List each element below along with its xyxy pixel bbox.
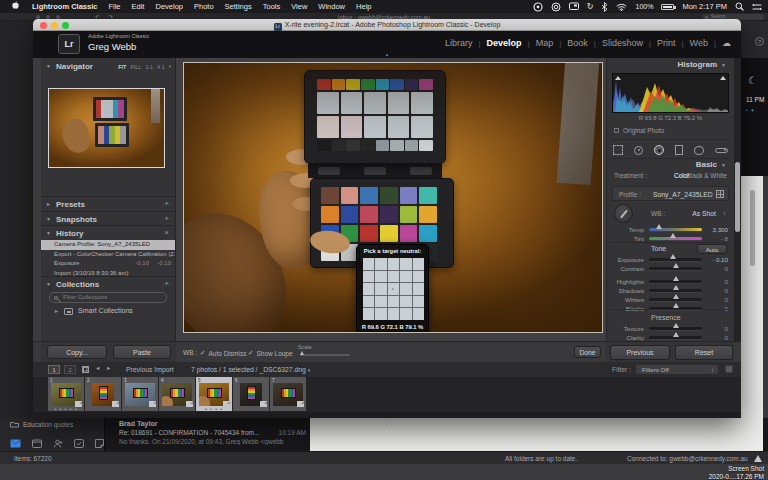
menu-item-photo[interactable]: Photo	[194, 2, 214, 11]
loupe-target-cell[interactable]	[375, 308, 386, 320]
auto-tone-button[interactable]: Auto	[697, 244, 727, 254]
loupe-target-cell[interactable]	[363, 296, 374, 308]
profile-browser-icon[interactable]	[716, 190, 724, 198]
loupe-target-cell[interactable]	[413, 271, 424, 283]
filmstrip-thumbnail-1[interactable]: 1• • • • •	[48, 377, 84, 411]
menu-item-file[interactable]: File	[108, 2, 120, 11]
presets-header[interactable]: ► Presets +	[41, 198, 175, 211]
loupe-target-cell[interactable]	[413, 296, 424, 308]
filmstrip-thumbnail-4[interactable]: 4	[159, 377, 195, 411]
loupe-target-cell[interactable]	[400, 258, 411, 270]
loupe-target-cell[interactable]	[400, 296, 411, 308]
filmstrip-thumbnail-3[interactable]: 3	[122, 377, 158, 411]
grid-view-icon[interactable]	[82, 366, 89, 373]
basic-header[interactable]: Basic▼	[696, 160, 726, 169]
slider-thumb[interactable]	[300, 351, 304, 355]
navigator-header[interactable]: ▼ Navigator FITFILL1:14:1▾	[41, 60, 175, 73]
notes-icon[interactable]	[95, 434, 104, 452]
previous-photo-icon[interactable]: ◄	[95, 365, 100, 371]
paste-button[interactable]: Paste	[113, 345, 171, 359]
wb-eyedropper-icon[interactable]	[614, 204, 633, 223]
record-icon[interactable]	[533, 2, 543, 12]
scale-slider[interactable]	[300, 354, 350, 356]
module-tab-library[interactable]: Library	[445, 38, 473, 48]
menu-item-edit[interactable]: Edit	[132, 2, 145, 11]
loupe-target-cell[interactable]	[413, 308, 424, 320]
exposure-slider[interactable]	[649, 258, 702, 261]
slider-thumb[interactable]	[673, 323, 679, 328]
loupe-target-cell[interactable]	[363, 283, 374, 295]
menu-clock[interactable]: Mon 2:17 PM	[682, 2, 727, 11]
show-loupe-checkbox[interactable]: ✓ Show Loupe	[248, 349, 293, 357]
loupe-target-cell[interactable]	[388, 296, 399, 308]
loupe-target-cell[interactable]	[388, 308, 399, 320]
treatment-bw-option[interactable]: Black & White	[687, 172, 727, 179]
control-center-icon[interactable]	[752, 3, 762, 11]
histogram[interactable]	[612, 73, 729, 113]
slider-thumb[interactable]	[673, 303, 679, 308]
nav-zoom-fit[interactable]: FIT	[118, 64, 126, 70]
original-photo-row[interactable]: Original Photo	[614, 127, 664, 134]
add-snapshot-icon[interactable]: +	[164, 214, 169, 223]
menu-item-view[interactable]: View	[291, 2, 307, 11]
done-button[interactable]: Done	[574, 346, 601, 358]
copy-button[interactable]: Copy...	[47, 345, 107, 359]
loupe-target-cell[interactable]	[413, 283, 424, 295]
module-tab-develop[interactable]: Develop	[487, 38, 522, 48]
loupe-target-cell[interactable]	[413, 258, 424, 270]
filter-toggle-icon[interactable]	[725, 365, 733, 373]
filter-dropdown[interactable]: Filters Off↕	[635, 364, 719, 375]
wifi-icon[interactable]	[616, 3, 627, 11]
loupe-target-cell[interactable]	[388, 258, 399, 270]
cloud-sync-icon[interactable]: ☁	[722, 38, 731, 48]
contacts-icon[interactable]	[53, 434, 63, 452]
lightroom-titlebar[interactable]: LrX-rite evening-2.lrcat - Adobe Photosh…	[33, 19, 741, 31]
history-item[interactable]: Exposure-0.10-0.10	[41, 259, 175, 269]
warning-icon[interactable]	[754, 455, 762, 462]
slider-thumb[interactable]	[656, 224, 662, 229]
collapse-filmstrip-icon[interactable]: ▼	[385, 422, 389, 427]
red-eye-tool-icon[interactable]	[654, 145, 664, 155]
filmstrip-thumbnail-6[interactable]: 6	[233, 377, 269, 411]
histogram-header[interactable]: Histogram▼	[677, 60, 726, 69]
menu-item-tools[interactable]: Tools	[263, 2, 281, 11]
navigator-preview[interactable]	[48, 88, 165, 168]
loupe-target-cell[interactable]	[400, 271, 411, 283]
loupe-target-cell[interactable]	[363, 308, 374, 320]
module-tab-book[interactable]: Book	[567, 38, 588, 48]
temp-slider[interactable]	[649, 228, 702, 231]
loupe-target-cell[interactable]	[375, 283, 386, 295]
loupe-target-cell[interactable]	[388, 271, 399, 283]
mail-message-row[interactable]: Brad Taylor Re: 018691 - CONFIRMATION - …	[105, 418, 310, 451]
filmstrip-thumbnail-2[interactable]: 2	[85, 377, 121, 411]
tint-slider[interactable]	[649, 237, 702, 240]
menu-item-develop[interactable]: Develop	[155, 2, 183, 11]
reset-button[interactable]: Reset	[675, 345, 733, 360]
right-panel-scrollbar[interactable]	[734, 58, 741, 341]
loupe-target-cell[interactable]	[375, 258, 386, 270]
module-tab-print[interactable]: Print	[657, 38, 676, 48]
main-window-button[interactable]: 1	[48, 365, 60, 374]
mail-scrollbar[interactable]	[750, 190, 755, 266]
sync-icon[interactable]: ↻	[587, 2, 594, 11]
search-icon[interactable]	[735, 2, 744, 11]
nav-zoom-4-1[interactable]: 4:1	[157, 64, 165, 70]
collapse-top-panel-icon[interactable]: ▲	[385, 52, 389, 57]
loupe-target-cell[interactable]	[375, 271, 386, 283]
nav-zoom-1-1[interactable]: 1:1	[145, 64, 153, 70]
filter-collections-input[interactable]: Filter Collections	[49, 292, 167, 303]
scrollbar-thumb[interactable]	[735, 162, 740, 232]
slider-thumb[interactable]	[673, 294, 679, 299]
next-photo-icon[interactable]: ►	[106, 365, 111, 371]
display-icon[interactable]	[569, 2, 579, 11]
filmstrip-thumbnail-5[interactable]: 5• • • •	[196, 377, 232, 411]
sidebar-item-smart-collections[interactable]: ► Smart Collections	[41, 306, 175, 317]
slider-thumb[interactable]	[673, 263, 679, 268]
radial-filter-tool-icon[interactable]	[694, 146, 704, 155]
history-item[interactable]: Export - ColorChecker Camera Calibration…	[41, 250, 175, 260]
adjustment-brush-tool-icon[interactable]	[715, 148, 728, 153]
wb-value-dropdown[interactable]: As Shot	[692, 210, 716, 217]
texture-slider[interactable]	[649, 327, 702, 330]
crop-tool-icon[interactable]	[613, 145, 623, 155]
camera-icon[interactable]	[551, 2, 561, 12]
